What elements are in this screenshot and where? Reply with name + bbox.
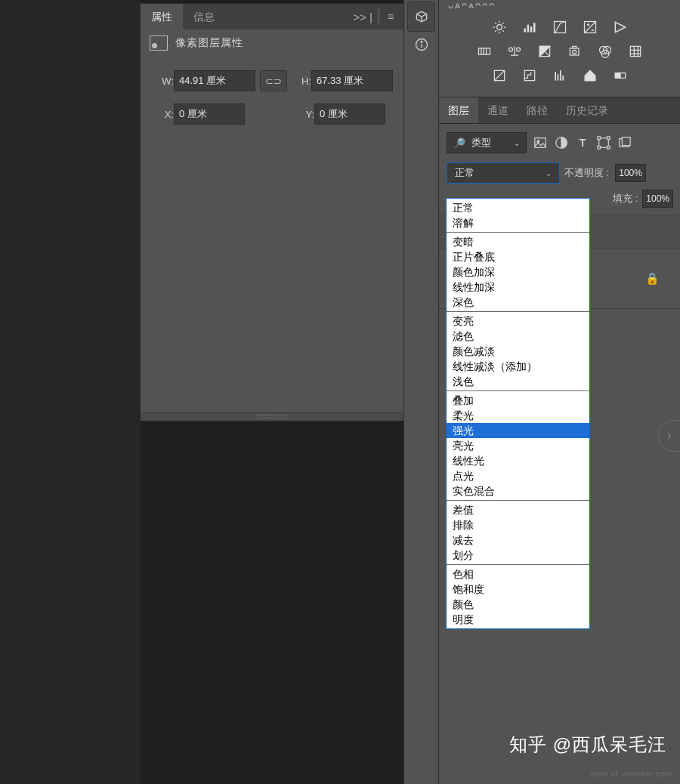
selective-color-icon[interactable] [582, 68, 598, 83]
info-panel-icon[interactable] [404, 32, 438, 57]
svg-point-15 [573, 50, 576, 54]
blend-group-normal: 正常溶解 [447, 199, 589, 233]
width-input[interactable]: 44.91 厘米 [174, 70, 255, 91]
color-lookup-icon[interactable] [627, 44, 644, 59]
blend-mode-option[interactable]: 排除 [447, 517, 589, 532]
filter-shape-icon[interactable] [596, 135, 611, 150]
blend-mode-option[interactable]: 叠加 [447, 393, 589, 408]
opacity-label: 不透明度 : [564, 166, 609, 180]
link-dimensions-button[interactable]: ⊂⊃ [260, 70, 287, 91]
blend-group-compare: 差值排除减去划分 [447, 501, 589, 565]
zhihu-watermark: 知乎 @西瓜呆毛汪 [509, 733, 666, 757]
posterize-icon[interactable] [521, 68, 538, 83]
filter-adjust-icon[interactable] [554, 135, 569, 150]
exposure-icon[interactable] [582, 20, 598, 35]
lock-icon: 🔒 [645, 272, 660, 286]
black-white-icon[interactable] [536, 44, 553, 59]
x-input[interactable]: 0 厘米 [174, 103, 245, 125]
pixel-layer-icon [150, 35, 168, 51]
svg-rect-4 [524, 29, 527, 32]
blend-mode-option[interactable]: 线性加深 [447, 279, 589, 295]
blend-mode-option[interactable]: 划分 [447, 548, 589, 563]
threshold-icon[interactable] [552, 68, 568, 83]
blend-mode-option[interactable]: 滤色 [447, 329, 589, 344]
blend-mode-option[interactable]: 强光 [447, 423, 589, 438]
blend-mode-option[interactable]: 点光 [447, 468, 589, 483]
tab-info[interactable]: 信息 [183, 4, 225, 29]
opacity-input[interactable]: 100% [615, 164, 646, 182]
blend-mode-option[interactable]: 色相 [447, 566, 589, 582]
svg-point-12 [517, 48, 521, 51]
right-panel-tabs: 图层 通道 路径 历史记录 [439, 97, 680, 124]
blend-mode-option[interactable]: 深色 [447, 295, 589, 310]
brightness-contrast-icon[interactable] [491, 20, 508, 35]
properties-subheader: 像素图层属性 [141, 29, 403, 57]
blend-mode-dropdown[interactable]: 正常 ⌄ [447, 162, 560, 184]
photo-filter-icon[interactable] [567, 44, 583, 59]
blend-mode-option[interactable]: 饱和度 [447, 582, 589, 597]
properties-subtitle: 像素图层属性 [175, 36, 243, 50]
blend-group-component: 色相饱和度颜色明度 [447, 565, 589, 628]
blend-mode-option[interactable]: 差值 [447, 502, 589, 517]
search-icon: 🔎 [453, 137, 465, 149]
filter-smart-icon[interactable] [617, 135, 632, 150]
invert-icon[interactable] [491, 68, 508, 83]
hue-sat-icon[interactable] [476, 44, 493, 59]
svg-rect-25 [560, 70, 561, 80]
fill-input[interactable]: 100% [642, 190, 673, 208]
site-watermark: post of uimaker.com [591, 769, 672, 778]
tab-history[interactable]: 历史记录 [557, 97, 617, 123]
blend-mode-option[interactable]: 溶解 [447, 215, 589, 230]
adjustments-title: ᴗᴀᴖᴀᴖᴖᴖ [439, 0, 680, 14]
levels-icon[interactable] [521, 20, 538, 35]
svg-rect-34 [598, 137, 601, 140]
properties-tabs: 属性 信息 >> | ≡ [141, 4, 403, 29]
panel-resize-grip[interactable] [141, 412, 403, 421]
fill-label: 填充 : [613, 192, 638, 205]
blend-group-contrast: 叠加柔光强光亮光线性光点光实色混合 [447, 391, 589, 501]
blend-mode-option[interactable]: 明度 [447, 612, 589, 627]
y-input[interactable]: 0 厘米 [314, 103, 385, 125]
3d-panel-icon[interactable] [407, 2, 435, 32]
blend-mode-option[interactable]: 线性减淡（添加） [447, 359, 589, 374]
blend-mode-option[interactable]: 减去 [447, 532, 589, 548]
blend-mode-option[interactable]: 正常 [447, 200, 589, 215]
svg-point-3 [497, 25, 502, 30]
svg-point-11 [509, 48, 513, 51]
mid-button-strip [403, 0, 439, 784]
blend-mode-option[interactable]: 颜色加深 [447, 264, 589, 279]
panel-menu-icon[interactable]: ≡ [384, 11, 397, 23]
layer-filter-row: 🔎 类型 ⌄ T [439, 124, 680, 157]
tab-properties[interactable]: 属性 [141, 4, 183, 29]
divider [379, 9, 379, 24]
filter-type-icon[interactable]: T [575, 135, 590, 150]
blend-mode-option[interactable]: 亮光 [447, 438, 589, 453]
curves-icon[interactable] [552, 20, 568, 35]
height-input[interactable]: 67.33 厘米 [311, 70, 393, 91]
blend-mode-option[interactable]: 变暗 [447, 234, 589, 249]
blend-mode-option[interactable]: 线性光 [447, 453, 589, 468]
blend-mode-option[interactable]: 正片叠底 [447, 249, 589, 264]
layer-kind-dropdown[interactable]: 🔎 类型 ⌄ [447, 132, 527, 153]
blend-mode-option[interactable]: 颜色减淡 [447, 344, 589, 359]
svg-rect-5 [527, 25, 530, 32]
chevron-down-icon: ⌄ [546, 169, 552, 177]
tab-channels[interactable]: 通道 [478, 97, 518, 123]
svg-rect-26 [562, 76, 564, 81]
blend-mode-option[interactable]: 颜色 [447, 597, 589, 612]
blend-mode-option[interactable]: 实色混合 [447, 483, 589, 498]
tab-paths[interactable]: 路径 [518, 97, 557, 123]
filter-pixel-icon[interactable] [533, 135, 548, 150]
channel-mixer-icon[interactable] [597, 44, 614, 59]
gradient-map-icon[interactable] [612, 68, 629, 83]
color-balance-icon[interactable] [506, 44, 523, 59]
blend-group-lighten: 变亮滤色颜色减淡线性减淡（添加）浅色 [447, 312, 589, 391]
blend-mode-option[interactable]: 柔光 [447, 408, 589, 423]
panel-collapse-button[interactable]: >> | [347, 11, 379, 23]
adjustments-grid [439, 14, 680, 97]
blend-mode-option[interactable]: 变亮 [447, 313, 589, 329]
vibrance-icon[interactable] [612, 20, 629, 35]
tab-layers[interactable]: 图层 [439, 97, 478, 123]
blend-mode-option[interactable]: 浅色 [447, 374, 589, 389]
svg-rect-24 [558, 74, 559, 80]
